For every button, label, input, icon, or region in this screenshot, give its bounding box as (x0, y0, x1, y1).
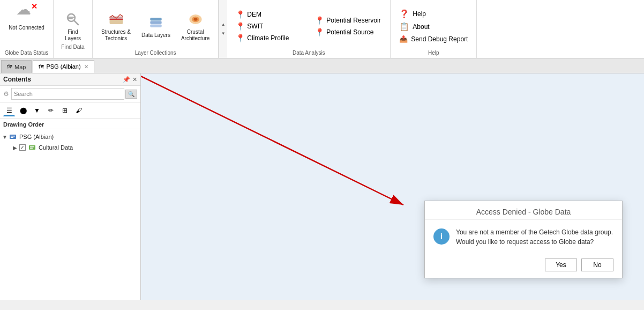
tabs-bar: 🗺 Map 🗺 PSG (Albian) ✕ (0, 58, 644, 73)
search-input[interactable] (11, 88, 124, 100)
potential-reservoir-icon: 📍 (315, 16, 324, 25)
filter-tool-button[interactable]: ▼ (31, 105, 43, 116)
tree-expand-psg[interactable]: ▼ (2, 134, 9, 140)
cloud-icon: ☁ (16, 1, 31, 18)
svg-rect-7 (150, 24, 161, 27)
ribbon: ☁ ✕ Not Connected Globe Data Status F (0, 0, 644, 58)
swit-icon: 📍 (236, 22, 245, 31)
contents-title: Contents (3, 76, 31, 83)
tree-item-cultural-data[interactable]: ▶ ✓ Cultural Data (13, 142, 138, 153)
dialog-footer: Yes No (425, 254, 622, 278)
climate-profile-button[interactable]: 📍 Climate Profile (231, 33, 306, 43)
contents-pin-icon[interactable]: 📌 (123, 76, 130, 83)
grid-button[interactable]: ⊞ (59, 105, 71, 116)
paint-button[interactable]: 🖌 (73, 105, 85, 116)
find-layers-label: FindLayers (65, 29, 81, 42)
dem-icon: 📍 (236, 10, 245, 19)
svg-rect-3 (68, 18, 73, 19)
toolbar-row: ☰ ⬤ ▼ ✏ ⊞ 🖌 (0, 102, 140, 119)
main-area: Contents 📌 ✕ ⚙ 🔍 ☰ ⬤ ▼ ✏ ⊞ 🖌 Drawing Ord… (0, 73, 644, 300)
data-analysis-col1: 📍 DEM 📍 SWIT 📍 Climate Profile (231, 2, 306, 50)
data-layers-label: Data Layers (141, 32, 170, 39)
tree-item-psg-albian[interactable]: ▼ PSG (Albian) (2, 131, 138, 142)
tree-icon-psg (9, 132, 17, 141)
cultural-data-checkbox[interactable]: ✓ (19, 144, 26, 151)
crustal-architecture-button[interactable]: CrustalArchitecture (177, 9, 214, 44)
swit-button[interactable]: 📍 SWIT (231, 21, 306, 32)
tree-expand-cultural[interactable]: ▶ (13, 145, 19, 151)
svg-rect-18 (30, 148, 33, 149)
tree-child-cultural: ▶ ✓ Cultural Data (2, 142, 138, 153)
tree-icon-cultural (28, 143, 36, 152)
about-label: About (413, 23, 429, 31)
tree-area: ▼ PSG (Albian) ▶ ✓ (0, 129, 140, 300)
crustal-label: CrustalArchitecture (181, 29, 209, 42)
ribbon-section-label-collections: Layer Collections (135, 50, 176, 56)
data-analysis-col2: 📍 Potential Reservoir 📍 Potential Source (311, 2, 386, 50)
help-button[interactable]: ❓ Help (395, 8, 472, 20)
data-layers-icon (147, 14, 164, 31)
ribbon-section-label-find: Find Data (61, 44, 84, 50)
not-connected-label: Not Connected (9, 25, 44, 31)
ribbon-section-help: ❓ Help 📋 About 📤 Send Debug Report Help (391, 0, 477, 58)
potential-source-icon: 📍 (315, 28, 324, 36)
dialog-message: You are not a member of the Getech Globe… (456, 227, 613, 247)
svg-rect-2 (68, 17, 75, 18)
cylinder-button[interactable]: ⬤ (17, 105, 29, 116)
not-connected-button[interactable]: ☁ ✕ Not Connected (9, 2, 44, 31)
contents-header-icons: 📌 ✕ (123, 76, 137, 83)
dem-label: DEM (247, 11, 261, 18)
help-icon: ❓ (399, 9, 409, 19)
tab-psg-close[interactable]: ✕ (84, 64, 88, 70)
map-area: Access Denied - Globe Data i You are not… (141, 73, 644, 300)
ribbon-section-label-globe: Globe Data Status (5, 50, 49, 56)
ribbon-section-globe-data-status: ☁ ✕ Not Connected Globe Data Status (0, 0, 54, 58)
ribbon-section-find-data: FindLayers Find Data (54, 0, 93, 58)
dialog-no-button[interactable]: No (581, 259, 613, 271)
tab-psg-label: PSG (Albian) (46, 63, 80, 70)
contents-close-icon[interactable]: ✕ (132, 76, 137, 83)
filter-icon[interactable]: ⚙ (3, 90, 9, 98)
tab-psg-albian[interactable]: 🗺 PSG (Albian) ✕ (33, 60, 94, 73)
svg-line-1 (74, 20, 78, 25)
svg-rect-17 (30, 146, 34, 147)
data-layers-button[interactable]: Data Layers (137, 12, 175, 41)
debug-label: Send Debug Report (411, 35, 468, 43)
potential-reservoir-button[interactable]: 📍 Potential Reservoir (311, 15, 386, 26)
tab-map[interactable]: 🗺 Map (1, 60, 32, 73)
svg-rect-16 (29, 145, 35, 150)
drawing-order-label: Drawing Order (0, 119, 140, 129)
about-button[interactable]: 📋 About (395, 21, 472, 33)
send-debug-button[interactable]: 📤 Send Debug Report (395, 34, 472, 44)
dialog-yes-button[interactable]: Yes (545, 259, 577, 271)
ribbon-section-layer-collections: Structures &Tectonics Data Layers (93, 0, 219, 58)
swit-label: SWIT (247, 23, 263, 30)
search-button[interactable]: 🔍 (125, 90, 137, 99)
find-layers-icon (64, 11, 81, 28)
dem-button[interactable]: 📍 DEM (231, 9, 306, 20)
climate-label: Climate Profile (247, 34, 289, 42)
list-view-button[interactable]: ☰ (3, 105, 15, 116)
pencil-button[interactable]: ✏ (45, 105, 57, 116)
climate-icon: 📍 (236, 34, 245, 42)
structures-label: Structures &Tectonics (101, 29, 131, 42)
structures-icon (108, 11, 125, 28)
info-icon: i (433, 228, 450, 245)
tree-label-psg: PSG (Albian) (19, 134, 54, 140)
help-label: Help (413, 10, 426, 18)
contents-panel: Contents 📌 ✕ ⚙ 🔍 ☰ ⬤ ▼ ✏ ⊞ 🖌 Drawing Ord… (0, 73, 141, 300)
tab-map-label: Map (14, 64, 26, 70)
ribbon-section-label-analysis: Data Analysis (293, 50, 325, 56)
svg-rect-15 (11, 137, 13, 138)
not-connected-icon: ☁ ✕ (16, 2, 38, 24)
find-layers-button[interactable]: FindLayers (58, 9, 88, 44)
svg-rect-9 (150, 18, 161, 20)
ribbon-scroll-down[interactable]: ▼ (220, 29, 227, 38)
about-icon: 📋 (399, 22, 409, 32)
tab-psg-icon: 🗺 (39, 64, 44, 70)
ribbon-scroll-up[interactable]: ▲ (220, 20, 227, 29)
structures-tectonics-button[interactable]: Structures &Tectonics (97, 9, 135, 44)
tab-map-icon: 🗺 (7, 64, 12, 70)
ribbon-scroll: ▲ ▼ (219, 0, 227, 58)
potential-source-button[interactable]: 📍 Potential Source (311, 27, 386, 38)
